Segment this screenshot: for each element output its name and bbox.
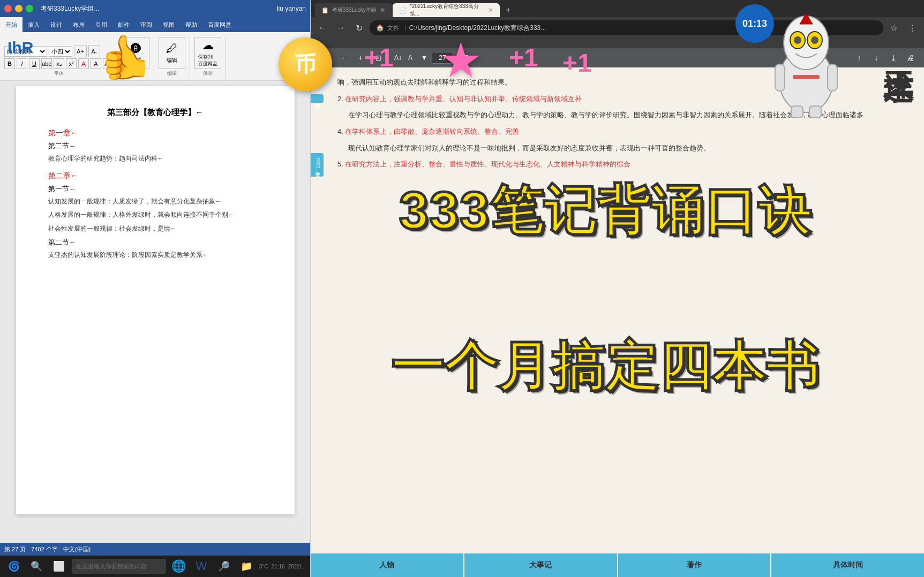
edit-icon: 🖊 <box>166 42 178 56</box>
word-title: 考研333Lucky学组... <box>41 4 99 13</box>
reload-btn[interactable]: ↻ <box>351 20 366 35</box>
tab-close-active[interactable]: ✕ <box>488 6 493 14</box>
doc-content4: 社会性发展的一般规律：社会发绿时，是情← <box>48 223 262 235</box>
ribbon-tab-view[interactable]: 视图 <box>157 17 180 32</box>
superscript-btn[interactable]: x² <box>66 58 77 69</box>
pdf-line5-label: 4. <box>337 127 343 135</box>
font-group-label: 字体 <box>4 70 114 77</box>
tab-label-inactive: 考研333Lucky学组 <box>332 6 377 14</box>
style-icon: 🅐 <box>131 43 141 55</box>
ribbon-tab-ref[interactable]: 引用 <box>90 17 112 32</box>
pdf-table-col1[interactable]: 人物 <box>311 553 464 577</box>
pdf-content-tab[interactable]: 2022教育... <box>311 153 324 177</box>
ribbon-save-group: ☁ 保存到百度网盘 保存 <box>194 37 226 79</box>
svg-point-5 <box>811 36 818 44</box>
ribbon-tab-layout[interactable]: 布局 <box>67 17 90 32</box>
pdf-table: 人物 大事记 著作 具体时间 <box>311 553 924 577</box>
taskbar-widget-btn[interactable]: ⬜ <box>49 557 69 576</box>
word-statusbar: 第 27 页 7402 个字 中文(中国) <box>0 543 310 556</box>
strikethrough-btn[interactable]: abc <box>41 58 52 69</box>
min-btn[interactable] <box>15 5 22 12</box>
save-baidu-btn[interactable]: ☁ 保存到百度网盘 <box>194 37 221 69</box>
taskbar-edge-icon[interactable]: 🌐 <box>169 557 189 576</box>
star-icon: ★ <box>439 32 483 88</box>
tab-close-inactive[interactable]: ✕ <box>380 6 385 14</box>
aa-btn[interactable]: Aa <box>103 58 114 69</box>
pdf-table-col2[interactable]: 大事记 <box>464 553 618 577</box>
edit-btn[interactable]: 🖊 编辑 <box>159 37 185 69</box>
font-shrink-btn[interactable]: A- <box>88 45 100 57</box>
font-color-btn[interactable]: A <box>78 58 89 69</box>
browser-tab-active[interactable]: 📄 *2022Lucky教育综合333高分笔... ✕ <box>393 3 500 17</box>
address-text[interactable]: C:/Users/jing/Desktop/2022Lucky教育综合333..… <box>409 24 546 33</box>
doc-section3: 第二节← <box>48 238 262 247</box>
ribbon-tab-review[interactable]: 审阅 <box>135 17 157 32</box>
subscript-btn[interactable]: x₂ <box>54 58 64 69</box>
doc-heading: 第三部分【教育心理学】← <box>48 108 262 118</box>
pdf-chapter-tab[interactable]: 第章 <box>311 94 324 103</box>
italic-btn[interactable]: I <box>17 58 27 69</box>
pdf-download[interactable]: ⤓ <box>887 51 900 65</box>
doc-section1: 第二节← <box>48 141 262 151</box>
underline-btn[interactable]: U <box>29 58 40 69</box>
svg-rect-8 <box>828 64 837 91</box>
ribbon-style-group: 🅐 样式 样式 ▾ <box>123 37 154 79</box>
browser-star-btn[interactable]: ☆ <box>887 20 902 35</box>
font-size-select[interactable]: 小四 <box>49 46 72 57</box>
sys-time: 21:16 <box>272 564 285 570</box>
pdf-table-col3[interactable]: 著作 <box>618 553 772 577</box>
bold-btn[interactable]: B <box>4 58 15 69</box>
pdf-zoom-out[interactable]: − <box>335 51 349 65</box>
doc-content5: 支亚杰的认知发展阶段理论：阶段因素实质是教学关系← <box>48 249 262 261</box>
ribbon-content: 微软雅黑 小四 A+ A- B I U abc x₂ x² A A <box>0 32 310 80</box>
taskbar-start-btn[interactable]: 🌀 <box>4 557 24 576</box>
taskbar-magnify-icon[interactable]: 🔎 <box>214 557 234 576</box>
taskbar-word-icon[interactable]: W <box>192 557 211 576</box>
ribbon-edit-group: 🖊 编辑 编辑 <box>159 37 190 79</box>
style-label: 样式 <box>131 56 141 64</box>
pdf-content: 第章 2022教育... 响，强调用互动的观点去理解和解释学习的过程和结果。 2… <box>311 67 924 577</box>
tab-pdf-icon: 📄 <box>399 7 407 14</box>
taskbar-search-input[interactable] <box>72 559 166 574</box>
browser-tab-inactive[interactable]: 📋 考研333Lucky学组 ✕ <box>315 3 392 17</box>
doc-section2: 第一节← <box>48 184 262 194</box>
highlight-btn[interactable]: A <box>91 58 101 69</box>
ribbon-tab-design[interactable]: 设计 <box>45 17 67 32</box>
save-group-label: 保存 <box>194 70 221 77</box>
pdf-zoom-in[interactable]: + <box>354 51 367 65</box>
pdf-label: A↕ <box>394 54 402 62</box>
pdf-line5-red: 在学科体系上，由零散、庞杂逐渐转向系统、整合、完善 <box>345 127 519 135</box>
new-tab-btn[interactable]: + <box>501 3 516 17</box>
word-page: 第三部分【教育心理学】← 第一章← 第二节← 教育心理学的研究趋势：趋向司法内科… <box>16 86 295 514</box>
ribbon-tab-help[interactable]: 帮助 <box>180 17 202 32</box>
font-grow-btn[interactable]: A+ <box>74 45 87 57</box>
back-btn[interactable]: ← <box>315 20 330 35</box>
ribbon-tab-home[interactable]: 开始 <box>0 17 22 32</box>
ribbon-tab-mail[interactable]: 邮件 <box>112 17 135 32</box>
taskbar-search-btn[interactable]: 🔍 <box>27 557 46 576</box>
word-panel: 考研333Lucky学组... liu yanyan 开始 插入 设计 布局 引… <box>0 0 311 577</box>
pdf-fit-page[interactable]: ⊡ <box>372 51 386 65</box>
pdf-print[interactable]: 🖨 <box>904 51 918 65</box>
pdf-line6: 现代认知教育心理学家们对别人的理论不是一味地批判，而是采取友好的态度兼收并蓄，表… <box>337 142 913 155</box>
browser-collections-btn[interactable]: ⋮ <box>905 20 920 35</box>
word-body: 第三部分【教育心理学】← 第一章← 第二节← 教育心理学的研究趋势：趋向司法内科… <box>0 81 310 543</box>
ihr-text: IhR <box>7 39 33 57</box>
word-titlebar: 考研333Lucky学组... liu yanyan <box>0 0 310 17</box>
doc-chapter2: 第二章← <box>48 171 262 181</box>
taskbar: 🌀 🔍 ⬜ 🌐 W 🔎 📁 3°C 21:16 2022/... <box>0 556 310 577</box>
time-display: 01:13 <box>735 4 774 43</box>
forward-btn[interactable]: → <box>333 20 348 35</box>
pdf-next-page[interactable]: ↓ <box>869 51 883 65</box>
word-lang: 中文(中国) <box>63 545 91 553</box>
ribbon-tab-baidu[interactable]: 百度网盘 <box>202 17 237 32</box>
word-word-count: 7402 个字 <box>31 545 58 553</box>
ribbon-tab-insert[interactable]: 插入 <box>22 17 45 32</box>
style-btn[interactable]: 🅐 样式 <box>123 37 149 69</box>
taskbar-folder-icon[interactable]: 📁 <box>237 557 256 576</box>
max-btn[interactable] <box>26 5 33 12</box>
sys-date: 2022/... <box>288 564 306 570</box>
close-btn[interactable] <box>4 5 12 12</box>
pdf-table-col4[interactable]: 具体时间 <box>771 553 924 577</box>
doc-chapter1: 第一章← <box>48 128 262 138</box>
